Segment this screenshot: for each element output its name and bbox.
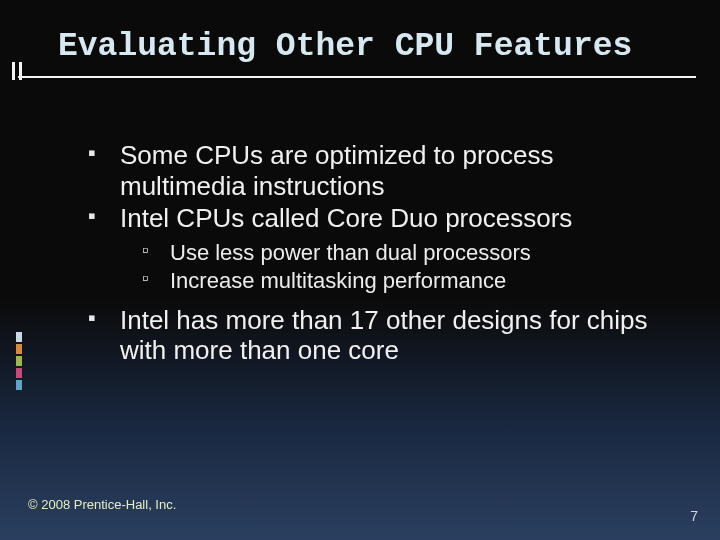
bullet-text: Some CPUs are optimized to process multi… [120, 140, 554, 201]
copyright-footer: © 2008 Prentice-Hall, Inc. [28, 497, 176, 512]
list-item: Increase multitasking performance [142, 268, 670, 295]
accent-mark [16, 344, 22, 354]
bullet-list: Some CPUs are optimized to process multi… [88, 140, 670, 366]
accent-mark [16, 368, 22, 378]
title-container: Evaluating Other CPU Features [0, 0, 720, 71]
accent-mark [16, 380, 22, 390]
bullet-text: Use less power than dual processors [170, 240, 531, 265]
list-item: Use less power than dual processors [142, 240, 670, 267]
sub-bullet-list: Use less power than dual processors Incr… [142, 240, 670, 295]
page-number: 7 [690, 508, 698, 524]
bullet-text: Intel CPUs called Core Duo processors [120, 203, 572, 233]
accent-mark [16, 332, 22, 342]
list-item: Some CPUs are optimized to process multi… [88, 140, 670, 201]
bullet-text: Intel has more than 17 other designs for… [120, 305, 648, 366]
accent-mark [16, 356, 22, 366]
bullet-text: Increase multitasking performance [170, 268, 506, 293]
slide: Evaluating Other CPU Features Some CPUs … [0, 0, 720, 540]
list-item: Intel CPUs called Core Duo processors Us… [88, 203, 670, 294]
title-underline [18, 76, 696, 78]
slide-title: Evaluating Other CPU Features [58, 28, 720, 65]
content-area: Some CPUs are optimized to process multi… [88, 140, 670, 368]
side-accent-marks [16, 332, 22, 392]
list-item: Intel has more than 17 other designs for… [88, 305, 670, 366]
